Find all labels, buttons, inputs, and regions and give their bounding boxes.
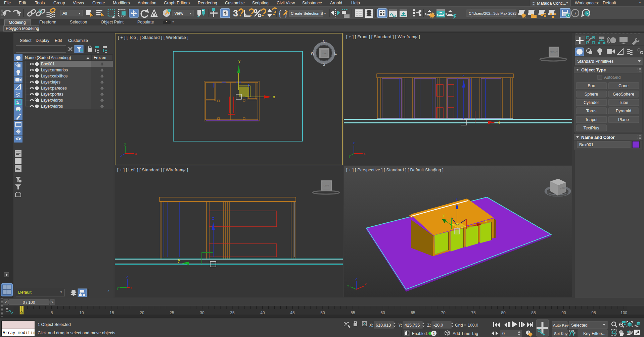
svg-text:Object Type: Object Type xyxy=(581,67,606,72)
svg-text:All: All xyxy=(62,11,67,16)
svg-text:Add Time Tag: Add Time Tag xyxy=(453,331,478,336)
svg-text:Pyramid: Pyramid xyxy=(616,109,631,113)
svg-text:y: y xyxy=(117,286,119,290)
svg-text:y: y xyxy=(443,213,445,217)
svg-text:Set Key: Set Key xyxy=(554,332,568,336)
svg-text:x: x xyxy=(485,218,487,223)
svg-text:1: 1 xyxy=(433,332,435,336)
svg-text:AutoGrid: AutoGrid xyxy=(604,75,620,80)
svg-text:z: z xyxy=(126,275,128,279)
svg-text:▼: ▼ xyxy=(512,12,515,15)
svg-text:Grid = 100.0: Grid = 100.0 xyxy=(455,323,478,328)
svg-text:View: View xyxy=(174,11,184,16)
svg-text:GeoSphere: GeoSphere xyxy=(613,92,634,97)
svg-text:x: x xyxy=(135,152,137,156)
svg-text:100: 100 xyxy=(620,311,627,315)
svg-text:y: y xyxy=(178,258,180,263)
svg-text:x: x xyxy=(130,286,132,290)
svg-text:Teapot: Teapot xyxy=(585,117,598,122)
svg-text:Box001: Box001 xyxy=(579,143,593,147)
svg-text:x: x xyxy=(273,95,275,99)
svg-text:C:\Users\202...3ds Max 2023: C:\Users\202...3ds Max 2023 xyxy=(469,11,516,15)
svg-text:70: 70 xyxy=(441,311,446,315)
svg-text:3: 3 xyxy=(233,8,238,18)
svg-text:40: 40 xyxy=(260,311,265,315)
svg-text:Cylinder: Cylinder xyxy=(584,100,599,105)
svg-text:TOP: TOP xyxy=(321,52,326,55)
svg-text:>: > xyxy=(51,300,53,304)
svg-text:65: 65 xyxy=(411,311,415,315)
svg-text:50: 50 xyxy=(320,311,325,315)
svg-text:Layer:paredes: Layer:paredes xyxy=(41,86,67,91)
svg-text:45: 45 xyxy=(290,311,295,315)
svg-text:90: 90 xyxy=(561,311,566,315)
svg-text:▼: ▼ xyxy=(189,12,192,15)
svg-text:0: 0 xyxy=(20,311,23,315)
svg-text:30: 30 xyxy=(200,311,204,315)
svg-text:X:: X: xyxy=(369,323,373,328)
svg-text:Cone: Cone xyxy=(618,83,629,88)
svg-text:▼: ▼ xyxy=(324,12,326,15)
svg-text:N: N xyxy=(323,40,326,44)
svg-text:Selected: Selected xyxy=(571,323,588,328)
svg-text:{: { xyxy=(279,9,281,17)
svg-text:35: 35 xyxy=(230,311,235,315)
svg-text:W: W xyxy=(311,51,315,56)
svg-text:Plane: Plane xyxy=(618,117,629,122)
svg-text:▼: ▼ xyxy=(78,12,81,15)
svg-text:7: 7 xyxy=(574,10,577,16)
svg-text:z: z xyxy=(462,73,464,78)
svg-text:S: S xyxy=(323,62,325,67)
svg-text:25: 25 xyxy=(170,311,174,315)
svg-text:Layer:portas: Layer:portas xyxy=(41,92,63,97)
svg-text:LEFT: LEFT xyxy=(323,184,329,187)
svg-text:Torus: Torus xyxy=(586,109,597,113)
svg-text:60: 60 xyxy=(380,311,385,315)
svg-text:x: x xyxy=(498,120,500,125)
svg-text:E: E xyxy=(334,51,337,56)
svg-text:20: 20 xyxy=(140,311,144,315)
svg-text:Tube: Tube xyxy=(619,100,628,105)
svg-text:-20.0: -20.0 xyxy=(433,323,443,328)
svg-text:<: < xyxy=(5,300,7,304)
svg-text:+: + xyxy=(202,9,204,12)
svg-text:x: x xyxy=(364,152,366,156)
svg-text:618.913: 618.913 xyxy=(376,323,391,328)
svg-text:0: 0 xyxy=(502,331,505,336)
svg-text:Name and Color: Name and Color xyxy=(581,135,615,140)
svg-text:z: z xyxy=(456,197,458,202)
svg-text:15: 15 xyxy=(109,311,114,315)
svg-text:Enabled:: Enabled: xyxy=(412,331,428,336)
svg-text:z: z xyxy=(353,141,355,145)
svg-text:5: 5 xyxy=(51,311,53,315)
svg-text:55: 55 xyxy=(351,311,355,315)
svg-text:Standard Primitives: Standard Primitives xyxy=(577,59,613,64)
svg-text:z: z xyxy=(355,277,357,281)
svg-text:Layer:armarios: Layer:armarios xyxy=(41,68,68,72)
svg-text:Layer:vidros: Layer:vidros xyxy=(41,98,63,103)
svg-text:Key Filters...: Key Filters... xyxy=(583,331,606,336)
svg-text:+: + xyxy=(197,15,199,18)
svg-text:FRONT: FRONT xyxy=(550,51,558,53)
svg-text:TextPlus: TextPlus xyxy=(583,126,599,130)
svg-text:Z:: Z: xyxy=(427,323,431,328)
svg-text:z: z xyxy=(212,216,214,221)
svg-text:75: 75 xyxy=(471,311,476,315)
svg-text:z: z xyxy=(120,154,122,158)
svg-text:95: 95 xyxy=(591,311,596,315)
svg-text:0 / 100: 0 / 100 xyxy=(23,300,35,305)
svg-text:Layer:lajes: Layer:lajes xyxy=(41,80,60,85)
svg-text:Auto Key: Auto Key xyxy=(553,323,569,327)
svg-text:80: 80 xyxy=(501,311,506,315)
svg-text:Sphere: Sphere xyxy=(585,92,598,97)
svg-text:Box: Box xyxy=(588,83,595,88)
svg-text:y: y xyxy=(347,283,349,287)
svg-text:Layer:caixilhos: Layer:caixilhos xyxy=(41,74,67,78)
svg-text:Create Selection Se: Create Selection Se xyxy=(291,11,325,15)
svg-text:Y:: Y: xyxy=(398,323,402,328)
svg-text:85: 85 xyxy=(531,311,536,315)
svg-text:425.735: 425.735 xyxy=(405,323,420,328)
svg-text:x: x xyxy=(365,282,367,286)
svg-text:Layer:vidros: Layer:vidros xyxy=(41,104,63,109)
svg-text:y: y xyxy=(349,154,351,158)
